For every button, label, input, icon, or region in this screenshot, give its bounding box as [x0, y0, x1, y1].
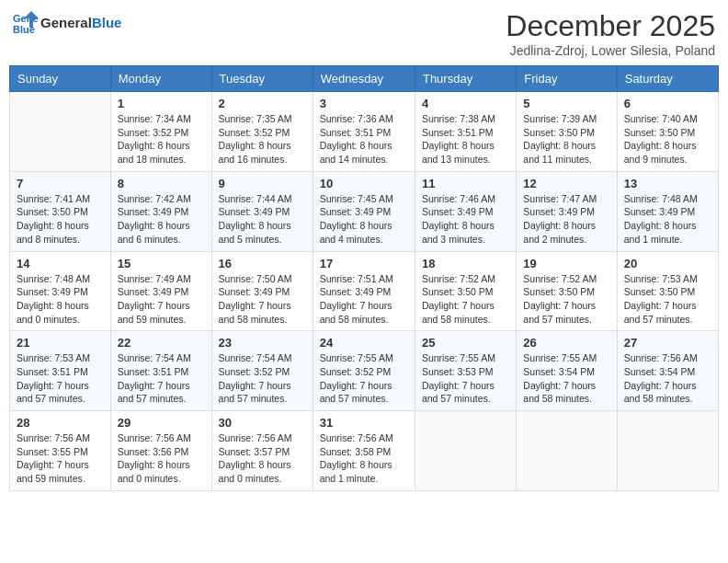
day-number: 29	[118, 416, 205, 430]
day-number: 6	[624, 97, 711, 110]
day-info: Sunrise: 7:55 AMSunset: 3:54 PMDaylight:…	[523, 351, 609, 406]
day-info: Sunrise: 7:56 AMSunset: 3:56 PMDaylight:…	[118, 431, 205, 486]
calendar-cell: 9Sunrise: 7:44 AMSunset: 3:49 PMDaylight…	[211, 171, 313, 251]
day-number: 31	[320, 416, 408, 430]
calendar-cell: 11Sunrise: 7:46 AMSunset: 3:49 PMDayligh…	[415, 171, 516, 251]
day-number: 28	[17, 416, 104, 430]
day-number: 22	[118, 336, 205, 350]
day-number: 10	[320, 177, 408, 190]
calendar-cell	[415, 411, 516, 491]
day-number: 23	[219, 336, 306, 350]
day-number: 25	[422, 336, 509, 350]
day-info: Sunrise: 7:47 AMSunset: 3:49 PMDaylight:…	[523, 192, 609, 247]
day-info: Sunrise: 7:35 AMSunset: 3:52 PMDaylight:…	[219, 112, 306, 167]
day-info: Sunrise: 7:36 AMSunset: 3:51 PMDaylight:…	[320, 112, 408, 167]
calendar-week-row: 14Sunrise: 7:48 AMSunset: 3:49 PMDayligh…	[10, 251, 719, 331]
calendar-cell: 4Sunrise: 7:38 AMSunset: 3:51 PMDaylight…	[415, 92, 516, 172]
day-info: Sunrise: 7:54 AMSunset: 3:52 PMDaylight:…	[219, 351, 306, 406]
location: Jedlina-Zdroj, Lower Silesia, Poland	[506, 43, 715, 58]
weekday-header: Sunday	[10, 66, 111, 92]
day-number: 18	[422, 257, 509, 270]
day-number: 3	[320, 97, 408, 110]
calendar-cell	[517, 411, 617, 491]
calendar-cell: 18Sunrise: 7:52 AMSunset: 3:50 PMDayligh…	[415, 251, 516, 331]
day-info: Sunrise: 7:46 AMSunset: 3:49 PMDaylight:…	[422, 192, 509, 247]
calendar-week-row: 7Sunrise: 7:41 AMSunset: 3:50 PMDaylight…	[10, 171, 719, 251]
day-info: Sunrise: 7:41 AMSunset: 3:50 PMDaylight:…	[17, 192, 104, 247]
page-header: General Blue GeneralBlue December 2025 J…	[9, 9, 719, 58]
calendar-cell: 12Sunrise: 7:47 AMSunset: 3:49 PMDayligh…	[517, 171, 617, 251]
day-info: Sunrise: 7:56 AMSunset: 3:57 PMDaylight:…	[219, 431, 306, 486]
calendar-cell: 10Sunrise: 7:45 AMSunset: 3:49 PMDayligh…	[313, 171, 415, 251]
day-info: Sunrise: 7:34 AMSunset: 3:52 PMDaylight:…	[118, 112, 205, 167]
calendar-cell: 6Sunrise: 7:40 AMSunset: 3:50 PMDaylight…	[617, 92, 718, 172]
month-title: December 2025	[506, 9, 715, 43]
calendar-cell: 19Sunrise: 7:52 AMSunset: 3:50 PMDayligh…	[517, 251, 617, 331]
calendar-cell: 22Sunrise: 7:54 AMSunset: 3:51 PMDayligh…	[110, 331, 211, 411]
weekday-header: Wednesday	[313, 66, 415, 92]
calendar-header-row: SundayMondayTuesdayWednesdayThursdayFrid…	[10, 66, 719, 92]
calendar-cell: 20Sunrise: 7:53 AMSunset: 3:50 PMDayligh…	[617, 251, 718, 331]
day-number: 17	[320, 257, 408, 270]
day-number: 27	[624, 336, 711, 350]
day-number: 12	[523, 177, 609, 190]
calendar-cell: 29Sunrise: 7:56 AMSunset: 3:56 PMDayligh…	[110, 411, 211, 491]
weekday-header: Tuesday	[211, 66, 313, 92]
day-info: Sunrise: 7:49 AMSunset: 3:49 PMDaylight:…	[118, 272, 205, 327]
day-info: Sunrise: 7:42 AMSunset: 3:49 PMDaylight:…	[118, 192, 205, 247]
day-info: Sunrise: 7:52 AMSunset: 3:50 PMDaylight:…	[422, 272, 509, 327]
day-info: Sunrise: 7:55 AMSunset: 3:52 PMDaylight:…	[320, 351, 408, 406]
day-info: Sunrise: 7:56 AMSunset: 3:58 PMDaylight:…	[320, 431, 408, 486]
day-info: Sunrise: 7:48 AMSunset: 3:49 PMDaylight:…	[624, 192, 711, 247]
calendar-cell: 17Sunrise: 7:51 AMSunset: 3:49 PMDayligh…	[313, 251, 415, 331]
weekday-header: Saturday	[617, 66, 718, 92]
day-number: 2	[219, 97, 306, 110]
logo-icon: General Blue	[13, 9, 39, 35]
day-number: 9	[219, 177, 306, 190]
calendar-cell: 13Sunrise: 7:48 AMSunset: 3:49 PMDayligh…	[617, 171, 718, 251]
calendar-cell: 31Sunrise: 7:56 AMSunset: 3:58 PMDayligh…	[313, 411, 415, 491]
calendar-cell: 21Sunrise: 7:53 AMSunset: 3:51 PMDayligh…	[10, 331, 111, 411]
title-area: December 2025 Jedlina-Zdroj, Lower Siles…	[506, 9, 715, 58]
day-number: 5	[523, 97, 609, 110]
day-info: Sunrise: 7:52 AMSunset: 3:50 PMDaylight:…	[523, 272, 609, 327]
calendar-cell: 5Sunrise: 7:39 AMSunset: 3:50 PMDaylight…	[517, 92, 617, 172]
day-number: 21	[17, 336, 104, 350]
day-info: Sunrise: 7:56 AMSunset: 3:55 PMDaylight:…	[17, 431, 104, 486]
calendar-week-row: 21Sunrise: 7:53 AMSunset: 3:51 PMDayligh…	[10, 331, 719, 411]
calendar-cell: 25Sunrise: 7:55 AMSunset: 3:53 PMDayligh…	[415, 331, 516, 411]
calendar-cell: 8Sunrise: 7:42 AMSunset: 3:49 PMDaylight…	[110, 171, 211, 251]
calendar-cell: 26Sunrise: 7:55 AMSunset: 3:54 PMDayligh…	[517, 331, 617, 411]
day-info: Sunrise: 7:56 AMSunset: 3:54 PMDaylight:…	[624, 351, 711, 406]
day-info: Sunrise: 7:38 AMSunset: 3:51 PMDaylight:…	[422, 112, 509, 167]
day-info: Sunrise: 7:53 AMSunset: 3:51 PMDaylight:…	[17, 351, 104, 406]
day-number: 4	[422, 97, 509, 110]
calendar-cell: 24Sunrise: 7:55 AMSunset: 3:52 PMDayligh…	[313, 331, 415, 411]
day-info: Sunrise: 7:40 AMSunset: 3:50 PMDaylight:…	[624, 112, 711, 167]
calendar-cell: 23Sunrise: 7:54 AMSunset: 3:52 PMDayligh…	[211, 331, 313, 411]
weekday-header: Monday	[110, 66, 211, 92]
calendar-cell: 30Sunrise: 7:56 AMSunset: 3:57 PMDayligh…	[211, 411, 313, 491]
day-info: Sunrise: 7:55 AMSunset: 3:53 PMDaylight:…	[422, 351, 509, 406]
day-number: 11	[422, 177, 509, 190]
calendar-table: SundayMondayTuesdayWednesdayThursdayFrid…	[9, 65, 719, 491]
day-number: 19	[523, 257, 609, 270]
day-number: 8	[118, 177, 205, 190]
day-number: 1	[118, 97, 205, 110]
day-number: 24	[320, 336, 408, 350]
day-number: 7	[17, 177, 104, 190]
calendar-cell	[10, 92, 111, 172]
day-number: 30	[219, 416, 306, 430]
calendar-cell: 15Sunrise: 7:49 AMSunset: 3:49 PMDayligh…	[110, 251, 211, 331]
calendar-cell: 3Sunrise: 7:36 AMSunset: 3:51 PMDaylight…	[313, 92, 415, 172]
day-number: 15	[118, 257, 205, 270]
day-info: Sunrise: 7:44 AMSunset: 3:49 PMDaylight:…	[219, 192, 306, 247]
calendar-week-row: 1Sunrise: 7:34 AMSunset: 3:52 PMDaylight…	[10, 92, 719, 172]
calendar-cell: 27Sunrise: 7:56 AMSunset: 3:54 PMDayligh…	[617, 331, 718, 411]
weekday-header: Thursday	[415, 66, 516, 92]
day-number: 26	[523, 336, 609, 350]
calendar-cell: 28Sunrise: 7:56 AMSunset: 3:55 PMDayligh…	[10, 411, 111, 491]
calendar-cell: 1Sunrise: 7:34 AMSunset: 3:52 PMDaylight…	[110, 92, 211, 172]
logo-text: GeneralBlue	[40, 15, 121, 30]
day-info: Sunrise: 7:53 AMSunset: 3:50 PMDaylight:…	[624, 272, 711, 327]
